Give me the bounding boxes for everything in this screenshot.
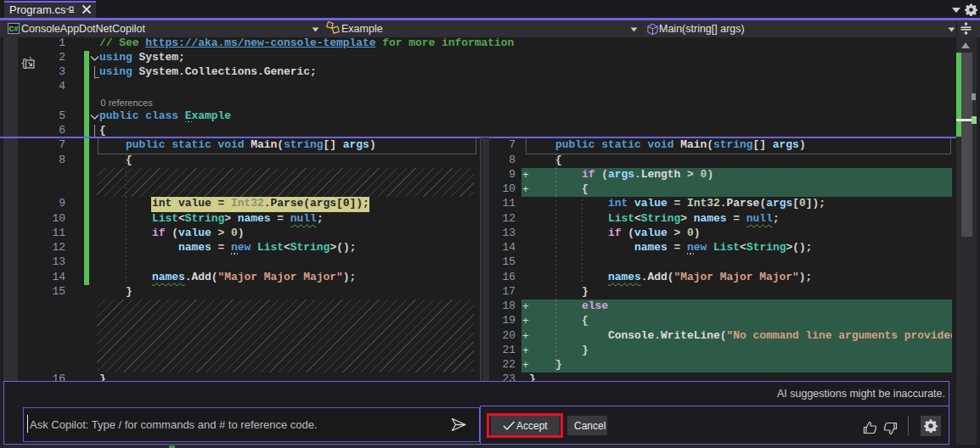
- svg-text:C#: C#: [9, 25, 19, 33]
